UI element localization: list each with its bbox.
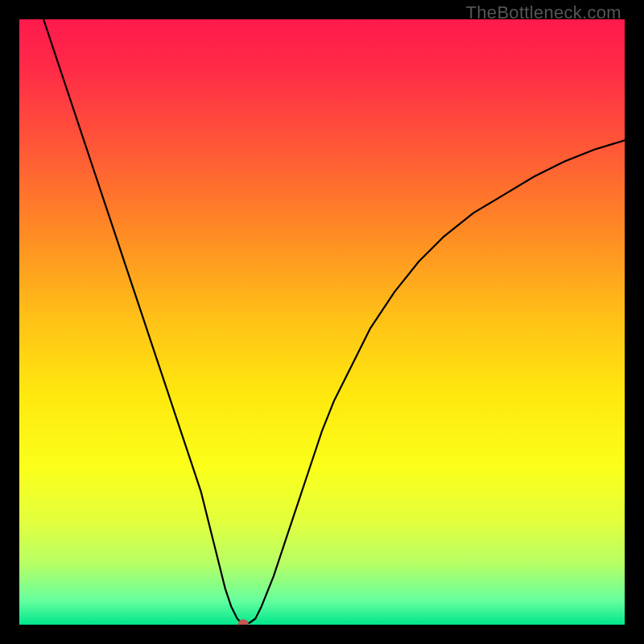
- watermark-text: TheBottleneck.com: [466, 2, 621, 23]
- chart-background: [19, 19, 625, 625]
- bottleneck-chart: [19, 19, 625, 625]
- chart-frame: TheBottleneck.com: [0, 0, 644, 644]
